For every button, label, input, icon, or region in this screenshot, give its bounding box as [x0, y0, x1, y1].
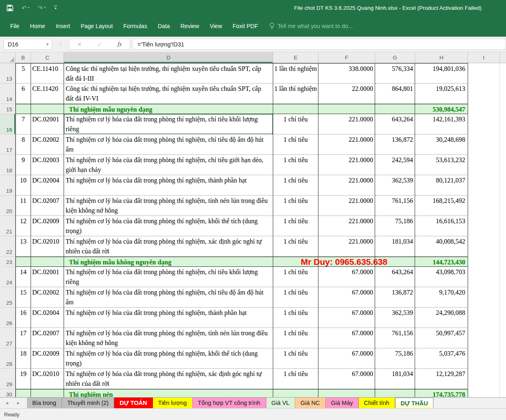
cell-b[interactable]: 8: [15, 134, 31, 155]
cell-d[interactable]: Thí nghiệm cơ lý hóa của đất trong phòng…: [64, 308, 273, 328]
cell-b[interactable]: 16: [15, 308, 31, 328]
column-header-c[interactable]: C: [31, 52, 64, 63]
column-header-h[interactable]: H: [415, 52, 468, 63]
cell-e[interactable]: 1 chỉ tiêu: [273, 267, 318, 287]
row-header-28[interactable]: 28: [0, 348, 15, 369]
cell-e[interactable]: 1 chỉ tiêu: [273, 308, 318, 328]
cell-d[interactable]: Thí nghiệm cơ lý hóa của đất trong phòng…: [64, 134, 273, 155]
ribbon-tab-foxit-pdf[interactable]: Foxit PDF: [228, 19, 263, 33]
cell-d[interactable]: Thí nghiệm mẫu nguyên dạng: [64, 104, 273, 114]
cell-g[interactable]: 864,801: [375, 84, 415, 104]
row-header-29[interactable]: 29: [0, 369, 15, 389]
cell-f[interactable]: 221.0000: [318, 114, 375, 134]
row-header-17[interactable]: 17: [0, 134, 15, 155]
ribbon-tab-formulas[interactable]: Formulas: [118, 19, 152, 33]
cell-c[interactable]: DC.02003: [31, 155, 64, 175]
cell-d[interactable]: Thí nghiệm cơ lý hóa của đất trong phòng…: [64, 328, 273, 348]
sheet-tab-gia-vl[interactable]: Giá VL: [266, 398, 295, 408]
cell-c[interactable]: DC.02002: [31, 134, 64, 155]
cell-c[interactable]: CE.11420: [31, 84, 64, 104]
cell-d[interactable]: Thí nghiệm cơ lý hóa của đất trong phòng…: [64, 369, 273, 389]
cell-d[interactable]: Thí nghiệm cơ lý hóa của đất trong phòng…: [64, 348, 273, 369]
cell-f[interactable]: 221.0000: [318, 236, 375, 257]
cell-i[interactable]: [468, 175, 500, 196]
cell-f[interactable]: [318, 104, 375, 114]
cell-c[interactable]: DC.02009: [31, 216, 64, 236]
undo-button[interactable]: ↶▾: [22, 5, 30, 11]
cell-e[interactable]: 1 chỉ tiêu: [273, 236, 318, 257]
sheet-tab-tong-hop-vt-cong-trinh[interactable]: Tổng hợp VT công trình: [192, 398, 266, 408]
column-header-b[interactable]: B: [15, 52, 31, 63]
cell-g[interactable]: 761,156: [375, 196, 415, 216]
cell-f[interactable]: 221.0000: [318, 134, 375, 155]
column-header-g[interactable]: G: [375, 52, 415, 63]
cell-f[interactable]: 221.0000: [318, 175, 375, 196]
sheet-tab-du-toan[interactable]: DỰ TOÁN: [114, 398, 152, 408]
cell-e[interactable]: 1 lần thí nghiệm: [273, 63, 318, 84]
cell-f[interactable]: 221.0000: [318, 155, 375, 175]
cell-f[interactable]: 221.0000: [318, 196, 375, 216]
name-box[interactable]: D16 ▼: [3, 39, 52, 50]
cell-i[interactable]: [468, 369, 500, 389]
cell-c[interactable]: DC.02010: [31, 236, 64, 257]
cell-d[interactable]: Thí nghiệm cơ lý hóa của đất trong phòng…: [64, 216, 273, 236]
previous-sheet-icon[interactable]: ◂: [6, 400, 8, 406]
cell-e[interactable]: 1 chỉ tiêu: [273, 328, 318, 348]
cell-g[interactable]: 576,334: [375, 63, 415, 84]
cell-b[interactable]: 11: [15, 196, 31, 216]
save-button[interactable]: [7, 4, 13, 11]
cell-c[interactable]: DC.02004: [31, 308, 64, 328]
cell-f[interactable]: [318, 389, 375, 397]
cell-g[interactable]: 75,186: [375, 216, 415, 236]
cell-d[interactable]: Thí nghiệm cơ lý hóa của đất trong phòng…: [64, 196, 273, 216]
ribbon-tab-insert[interactable]: Insert: [51, 19, 75, 33]
row-header-25[interactable]: 25: [0, 287, 15, 308]
cell-i[interactable]: [468, 267, 500, 287]
row-header-23[interactable]: 23: [0, 257, 15, 267]
column-header-d[interactable]: D: [64, 52, 273, 63]
row-header-14[interactable]: 14: [0, 84, 15, 104]
cell-d[interactable]: Thí nghiệm cơ lý hóa của đất trong phòng…: [64, 175, 273, 196]
cell-f[interactable]: 67.0000: [318, 328, 375, 348]
cell-e[interactable]: [273, 389, 318, 397]
cell-f[interactable]: 221.0000: [318, 216, 375, 236]
cell-i[interactable]: [468, 216, 500, 236]
cell-h[interactable]: 530,984,547: [415, 104, 468, 114]
cell-f[interactable]: 67.0000: [318, 287, 375, 308]
cell-e[interactable]: 1 chỉ tiêu: [273, 134, 318, 155]
cell-f[interactable]: 67.0000: [318, 308, 375, 328]
cell-h[interactable]: 43,098,703: [415, 267, 468, 287]
cell-e[interactable]: 1 lần thí nghiệm: [273, 84, 318, 104]
row-header-30[interactable]: 30: [0, 389, 15, 397]
cell-c[interactable]: DC.02009: [31, 348, 64, 369]
cell-b[interactable]: 5: [15, 63, 31, 84]
cell-b[interactable]: [15, 104, 31, 114]
cell-h[interactable]: 24,290,088: [415, 308, 468, 328]
cell-h[interactable]: 53,613,232: [415, 155, 468, 175]
cell-b[interactable]: 19: [15, 369, 31, 389]
cell-g[interactable]: 181,034: [375, 236, 415, 257]
sheet-tab-gia-nc[interactable]: Giá NC: [295, 398, 326, 408]
cell-h[interactable]: 30,248,698: [415, 134, 468, 155]
cell-h[interactable]: 80,121,037: [415, 175, 468, 196]
cell-e[interactable]: 1 chỉ tiêu: [273, 369, 318, 389]
sheet-tab-du-thau[interactable]: DỰ THẦU: [395, 398, 434, 408]
insert-function-icon[interactable]: fx: [117, 41, 122, 48]
sheet-tab-gia-may[interactable]: Giá Máy: [326, 398, 359, 408]
ribbon-tab-review[interactable]: Review: [175, 19, 205, 33]
cell-i[interactable]: [468, 348, 500, 369]
cancel-icon[interactable]: ✕: [77, 41, 82, 48]
enter-icon[interactable]: ✓: [97, 41, 102, 48]
cell-d[interactable]: Thí nghiệm cơ lý hóa của đất trong phòng…: [64, 155, 273, 175]
cell-g[interactable]: 643,264: [375, 267, 415, 287]
cell-g[interactable]: 136,872: [375, 287, 415, 308]
cell-i[interactable]: [468, 328, 500, 348]
cell-i[interactable]: [468, 308, 500, 328]
cell-g[interactable]: 75,186: [375, 348, 415, 369]
column-header-f[interactable]: F: [318, 52, 375, 63]
cell-h[interactable]: 40,008,542: [415, 236, 468, 257]
cell-d[interactable]: Thí nghiệm nén: [64, 389, 273, 397]
row-header-19[interactable]: 19: [0, 175, 15, 196]
cell-f[interactable]: 67.0000: [318, 348, 375, 369]
row-header-26[interactable]: 26: [0, 308, 15, 328]
